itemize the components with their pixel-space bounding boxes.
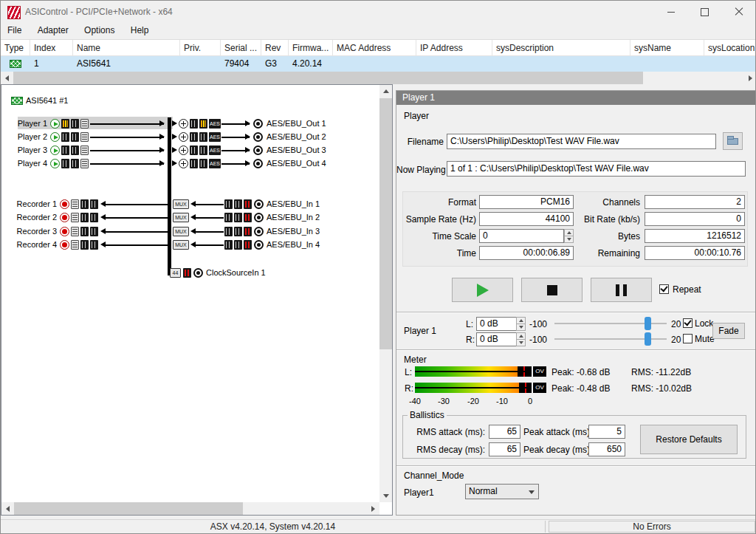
volume-node-icon[interactable] <box>61 146 69 155</box>
play-node-icon[interactable] <box>50 159 60 168</box>
hscroll-thumb[interactable] <box>14 502 243 515</box>
record-node-icon[interactable] <box>60 213 69 222</box>
info-node-icon[interactable] <box>71 213 79 222</box>
peak-attack-input[interactable]: 5 <box>588 425 625 439</box>
col-priv[interactable]: Priv. <box>180 40 221 56</box>
info-node-icon[interactable] <box>80 119 89 129</box>
output-node-icon[interactable] <box>253 119 263 129</box>
scroll-down-button[interactable] <box>379 490 392 502</box>
mute-checkbox[interactable] <box>683 334 693 343</box>
peak-decay-input[interactable]: 650 <box>588 442 625 456</box>
meter-node-icon[interactable] <box>90 240 98 250</box>
vscroll-thumb[interactable] <box>379 98 392 349</box>
status-node-icon[interactable] <box>244 213 252 222</box>
info-node-icon[interactable] <box>80 159 89 168</box>
volume-node-icon[interactable] <box>80 213 89 222</box>
col-serial[interactable]: Serial ... <box>221 40 261 56</box>
table-row[interactable]: 1 ASI5641 79404 G3 4.20.14 <box>1 56 756 72</box>
topology-player-row[interactable]: Player 2 AES AES/EBU_Out 2 <box>1 131 378 143</box>
sum-node-icon[interactable] <box>179 159 188 168</box>
volume-node-icon[interactable] <box>190 119 198 129</box>
scroll-up-button[interactable] <box>379 85 392 97</box>
output-node-icon[interactable] <box>253 146 263 155</box>
browse-button[interactable] <box>723 132 743 150</box>
meter-node-icon[interactable] <box>199 159 207 168</box>
repeat-checkbox[interactable] <box>659 284 669 294</box>
close-button[interactable] <box>722 1 755 23</box>
volume-r-input[interactable]: 0 dB <box>476 332 517 346</box>
sample-rate-value[interactable]: 44100 <box>479 212 574 226</box>
volume-node-icon[interactable] <box>80 240 89 250</box>
meter-node-icon[interactable] <box>199 132 207 142</box>
rms-decay-input[interactable]: 65 <box>489 442 520 456</box>
channel-mode-select[interactable]: Normal <box>465 484 539 499</box>
meter-node-icon[interactable] <box>199 146 207 155</box>
topology-player-row[interactable]: Player 4 AES AES/EBU_Out 4 <box>1 158 378 169</box>
menu-file[interactable]: File <box>1 23 28 38</box>
col-ip[interactable]: IP Address <box>416 40 492 56</box>
volume-node-icon[interactable] <box>80 199 89 209</box>
topology-recorder-row[interactable]: Recorder 3 MUX AES/EBU_In 3 <box>1 226 378 237</box>
volume-node-icon[interactable] <box>190 146 198 155</box>
topology-recorder-row[interactable]: Recorder 4 MUX AES/EBU_In 4 <box>1 239 378 250</box>
input-node-icon[interactable] <box>254 199 264 209</box>
record-node-icon[interactable] <box>60 227 69 236</box>
col-sysdescription[interactable]: sysDescription <box>492 40 630 56</box>
info-node-icon[interactable] <box>71 240 79 250</box>
scroll-right-button[interactable] <box>744 72 756 84</box>
col-mac[interactable]: MAC Address <box>333 40 416 56</box>
volume-node-icon[interactable] <box>190 132 198 142</box>
volume-node-icon[interactable] <box>224 199 233 209</box>
play-node-icon[interactable] <box>50 146 60 155</box>
scroll-left-button[interactable] <box>1 502 14 515</box>
volume-node-icon[interactable] <box>61 159 69 168</box>
volume-node-icon[interactable] <box>224 240 233 250</box>
aes-node-icon[interactable]: AES <box>209 159 221 168</box>
output-node-icon[interactable] <box>253 159 263 168</box>
record-node-icon[interactable] <box>60 199 69 209</box>
rms-attack-input[interactable]: 65 <box>489 425 520 439</box>
meter-node-icon[interactable] <box>71 119 79 129</box>
meter-node-icon[interactable] <box>90 199 98 209</box>
topology-recorder-row[interactable]: Recorder 1 MUX AES/EBU_In 1 <box>1 199 378 210</box>
table-hscrollbar[interactable] <box>1 72 756 84</box>
status-node-icon[interactable] <box>183 268 191 278</box>
input-node-icon[interactable] <box>254 227 264 236</box>
topology-hscrollbar[interactable] <box>1 502 379 515</box>
sum-node-icon[interactable] <box>179 146 188 155</box>
menu-help[interactable]: Help <box>124 23 156 38</box>
input-node-icon[interactable] <box>254 213 264 222</box>
col-type[interactable]: Type <box>1 40 30 56</box>
volume-r-spinner[interactable] <box>516 332 526 346</box>
scroll-right-button[interactable] <box>367 502 379 515</box>
meter-node-icon[interactable] <box>234 213 242 222</box>
record-node-icon[interactable] <box>60 240 69 250</box>
col-sysname[interactable]: sysName <box>630 40 704 56</box>
filename-input[interactable]: C:\Users\Philip\Desktop\Test WAV File.wa… <box>447 134 716 149</box>
volume-l-input[interactable]: 0 dB <box>476 317 517 331</box>
topology-vscrollbar[interactable] <box>379 85 392 502</box>
bytes-value[interactable]: 1216512 <box>645 229 745 243</box>
play-node-icon[interactable] <box>50 119 60 129</box>
mux-node-icon[interactable]: MUX <box>173 227 189 236</box>
sum-node-icon[interactable] <box>179 119 188 129</box>
play-node-icon[interactable] <box>50 132 60 142</box>
scroll-left-button[interactable] <box>1 72 13 84</box>
col-firmware[interactable]: Firmwa... <box>289 40 333 56</box>
meter-node-icon[interactable] <box>71 132 79 142</box>
stop-button[interactable] <box>521 278 583 302</box>
slider-thumb[interactable] <box>645 332 651 346</box>
status-node-icon[interactable] <box>244 240 252 250</box>
input-node-icon[interactable] <box>254 240 264 250</box>
channels-value[interactable]: 2 <box>645 195 745 209</box>
info-node-icon[interactable] <box>71 199 79 209</box>
meter-node-icon[interactable] <box>71 159 79 168</box>
meter-node-icon[interactable] <box>234 199 242 209</box>
mux-node-icon[interactable]: MUX <box>173 240 189 250</box>
format-value[interactable]: PCM16 <box>479 195 574 209</box>
play-button[interactable] <box>452 278 513 302</box>
spin-down-button[interactable] <box>517 339 525 346</box>
restore-defaults-button[interactable]: Restore Defaults <box>640 425 738 454</box>
topology-clock-row[interactable]: 44 ClockSourceIn 1 <box>1 267 378 278</box>
samplerate-node-icon[interactable]: 44 <box>170 268 181 278</box>
